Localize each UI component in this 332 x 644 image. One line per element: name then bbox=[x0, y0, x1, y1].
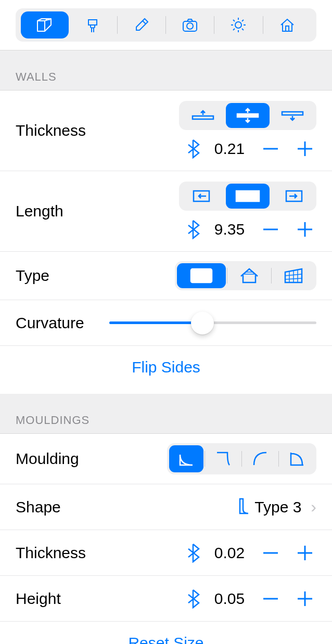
moulding-opt-1[interactable] bbox=[169, 445, 203, 472]
svg-rect-5 bbox=[237, 114, 258, 117]
thickness-dir-both[interactable] bbox=[226, 103, 270, 128]
walls-section-header: WALLS bbox=[0, 50, 332, 91]
moulding-height-plus-button[interactable] bbox=[293, 587, 316, 610]
svg-rect-4 bbox=[193, 116, 213, 119]
length-label: Length bbox=[16, 202, 179, 220]
length-plus-button[interactable] bbox=[293, 218, 316, 241]
wall-type-segmented[interactable] bbox=[175, 261, 316, 290]
main-toolbar bbox=[16, 8, 316, 42]
tab-light[interactable] bbox=[214, 11, 262, 38]
reset-size-button[interactable]: Reset Size bbox=[0, 622, 332, 644]
moulding-height-value: 0.05 bbox=[211, 590, 248, 608]
thickness-label: Thickness bbox=[16, 122, 179, 139]
shape-label: Shape bbox=[16, 498, 238, 516]
mouldings-section-header: MOULDINGS bbox=[0, 394, 332, 434]
tab-house[interactable] bbox=[263, 11, 311, 38]
tab-dimensions[interactable] bbox=[21, 11, 69, 38]
moulding-segmented[interactable] bbox=[167, 443, 316, 474]
moulding-thickness-label: Thickness bbox=[16, 544, 186, 562]
thickness-value: 0.21 bbox=[211, 140, 248, 158]
moulding-opt-2[interactable] bbox=[206, 445, 240, 472]
thickness-minus-button[interactable] bbox=[259, 137, 282, 160]
type-label: Type bbox=[16, 267, 175, 285]
shape-preview-icon bbox=[238, 496, 250, 518]
bluetooth-icon[interactable] bbox=[186, 543, 200, 563]
moulding-height-label: Height bbox=[16, 590, 186, 608]
bluetooth-icon[interactable] bbox=[186, 589, 200, 609]
flip-sides-button[interactable]: Flip Sides bbox=[0, 346, 332, 394]
moulding-label: Moulding bbox=[16, 450, 167, 468]
moulding-thickness-minus-button[interactable] bbox=[259, 542, 282, 564]
length-value: 9.35 bbox=[211, 221, 248, 238]
tab-camera[interactable] bbox=[166, 11, 214, 38]
thickness-direction-segmented[interactable] bbox=[179, 101, 316, 130]
tab-edit[interactable] bbox=[118, 11, 165, 38]
svg-line-32 bbox=[285, 278, 302, 279]
bluetooth-icon[interactable] bbox=[186, 139, 200, 159]
moulding-thickness-value: 0.02 bbox=[211, 544, 248, 562]
moulding-opt-4[interactable] bbox=[280, 445, 314, 472]
bluetooth-icon[interactable] bbox=[186, 220, 200, 239]
wall-type-glass[interactable] bbox=[273, 263, 314, 288]
svg-point-1 bbox=[187, 23, 193, 29]
thickness-dir-up[interactable] bbox=[181, 103, 225, 128]
shape-row[interactable]: Shape Type 3 › bbox=[0, 484, 332, 530]
chevron-right-icon: › bbox=[305, 497, 316, 517]
length-dir-left[interactable] bbox=[181, 184, 225, 209]
length-dir-right[interactable] bbox=[271, 184, 314, 209]
length-dir-both[interactable] bbox=[226, 184, 270, 209]
moulding-height-minus-button[interactable] bbox=[259, 587, 282, 610]
thickness-plus-button[interactable] bbox=[293, 137, 316, 160]
svg-point-2 bbox=[235, 22, 241, 28]
tab-paint[interactable] bbox=[69, 11, 117, 38]
moulding-opt-3[interactable] bbox=[243, 445, 277, 472]
svg-rect-3 bbox=[286, 26, 289, 31]
moulding-thickness-plus-button[interactable] bbox=[293, 542, 316, 564]
length-minus-button[interactable] bbox=[259, 218, 282, 241]
shape-value: Type 3 bbox=[254, 498, 301, 516]
length-direction-segmented[interactable] bbox=[179, 182, 316, 211]
curvature-slider[interactable] bbox=[109, 312, 316, 334]
thickness-dir-down[interactable] bbox=[271, 103, 314, 128]
wall-type-roof[interactable] bbox=[228, 263, 270, 288]
curvature-label: Curvature bbox=[16, 314, 109, 332]
wall-type-brick[interactable] bbox=[177, 263, 226, 288]
svg-rect-6 bbox=[282, 112, 303, 115]
